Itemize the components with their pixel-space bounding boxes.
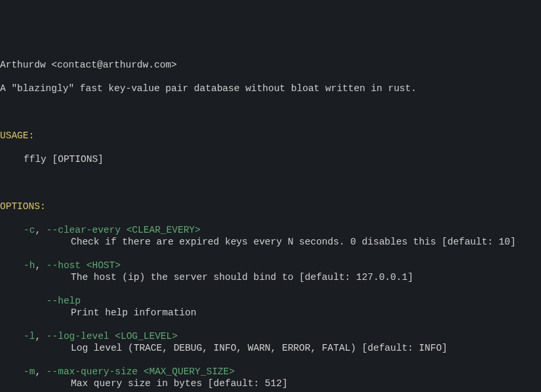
- author-line: Arthurdw <contact@arthurdw.com>: [0, 59, 541, 71]
- blank-line: [0, 283, 541, 295]
- option-long-flag: --host <HOST>: [47, 260, 121, 271]
- option-short-flag: -l: [24, 331, 35, 342]
- terminal-output: Arthurdw <contact@arthurdw.com> A "blazi…: [0, 47, 541, 392]
- blank-line: [0, 106, 541, 118]
- option-flag-line: -l, --log-level <LOG_LEVEL>: [0, 330, 541, 342]
- option-long-flag: --log-level <LOG_LEVEL>: [47, 331, 178, 342]
- option-description: Check if there are expired keys every N …: [0, 236, 541, 248]
- blank-line: [0, 389, 541, 392]
- blank-line: [0, 354, 541, 366]
- blank-line: [0, 248, 541, 260]
- option-separator: ,: [35, 366, 46, 377]
- option-separator: ,: [35, 225, 46, 235]
- option-long-flag: --clear-every <CLEAR_EVERY>: [47, 225, 201, 235]
- usage-command: ffly [OPTIONS]: [0, 153, 541, 165]
- options-heading: OPTIONS:: [0, 201, 541, 212]
- option-description: The host (ip) the server should bind to …: [0, 271, 541, 283]
- option-flag-line: -m, --max-query-size <MAX_QUERY_SIZE>: [0, 366, 541, 378]
- option-description: Max query size in bytes [default: 512]: [0, 378, 541, 389]
- option-flag-line: --help: [0, 295, 541, 307]
- option-flag-line: -h, --host <HOST>: [0, 260, 541, 271]
- usage-heading: USAGE:: [0, 130, 541, 142]
- option-short-flag: -m: [24, 366, 35, 377]
- option-description: Log level (TRACE, DEBUG, INFO, WARN, ERR…: [0, 342, 541, 354]
- option-separator: ,: [35, 331, 46, 342]
- option-long-flag: --help: [47, 296, 81, 306]
- options-list: -c, --clear-every <CLEAR_EVERY>Check if …: [0, 224, 541, 392]
- option-separator: ,: [35, 260, 46, 271]
- option-flag-line: -c, --clear-every <CLEAR_EVERY>: [0, 224, 541, 236]
- option-long-flag: --max-query-size <MAX_QUERY_SIZE>: [47, 366, 235, 377]
- description-line: A "blazingly" fast key-value pair databa…: [0, 83, 541, 94]
- option-short-flag: -c: [24, 225, 35, 235]
- option-separator: [24, 296, 47, 306]
- blank-line: [0, 177, 541, 189]
- option-short-flag: -h: [24, 260, 35, 271]
- option-description: Print help information: [0, 307, 541, 319]
- blank-line: [0, 319, 541, 330]
